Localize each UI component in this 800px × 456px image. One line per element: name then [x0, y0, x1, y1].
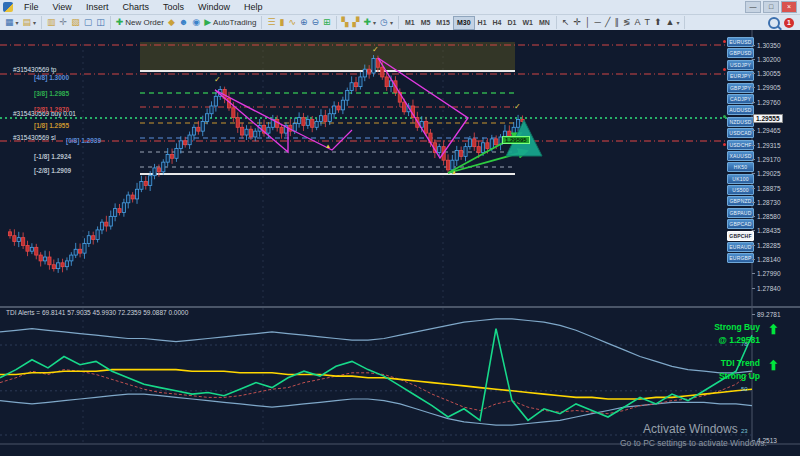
- toolbar-group: ▦▾▤▾: [0, 16, 42, 29]
- symbol-button-gbpusd[interactable]: GBPUSD: [727, 48, 754, 58]
- menu-view[interactable]: View: [46, 1, 79, 13]
- profiles-button[interactable]: ▤▾: [21, 16, 39, 29]
- chevron-down-icon[interactable]: ▾: [33, 19, 36, 26]
- tile-windows-button[interactable]: ⊞: [321, 16, 333, 29]
- terminal-icon: ▢: [84, 16, 93, 29]
- navigator-button[interactable]: ▧: [69, 16, 82, 29]
- trendline-tool[interactable]: ╱: [603, 16, 612, 29]
- menu-help[interactable]: Help: [237, 1, 270, 13]
- zoom-out-button[interactable]: ⊖: [310, 16, 322, 29]
- price-tick: 1.28730: [757, 199, 781, 206]
- price-tick: 1.29760: [757, 99, 781, 106]
- website-icon: ◉: [192, 16, 200, 29]
- new-chart-button[interactable]: ▦▾: [3, 16, 21, 29]
- chevron-down-icon[interactable]: ▾: [373, 19, 376, 26]
- chevron-down-icon[interactable]: ▾: [16, 19, 19, 26]
- cascade-windows-button[interactable]: ▞: [351, 16, 362, 29]
- bar-chart-button[interactable]: ☰: [265, 16, 277, 29]
- mql5-icon: ◆: [168, 16, 175, 29]
- text-tool-icon: A: [634, 16, 640, 29]
- chevron-down-icon[interactable]: ▾: [676, 19, 679, 26]
- mql5-button[interactable]: ◆: [166, 16, 177, 29]
- timeframe-h4[interactable]: H4: [490, 17, 505, 29]
- chevron-down-icon[interactable]: ▾: [390, 19, 393, 26]
- arrows-tool[interactable]: ⬆: [652, 16, 664, 29]
- indicator-scale-top: 89.2781: [757, 311, 781, 318]
- search-icon[interactable]: [768, 17, 780, 29]
- toolbar-group: ▥✛▧▢◫: [42, 16, 111, 29]
- zoom-in-button[interactable]: ⊕: [298, 16, 310, 29]
- toolbar-group: ☰▮∿⊕⊖⊞: [262, 16, 336, 29]
- timeframe-d1[interactable]: D1: [505, 17, 520, 29]
- chart-canvas[interactable]: ✓✓✓▲▲ #315430569 tp #315430569 buy 0.01 …: [0, 30, 800, 456]
- symbol-button-nzdusd[interactable]: NZDUSD: [727, 117, 754, 127]
- symbol-button-hk50[interactable]: HK50: [727, 162, 754, 172]
- symbol-button-eurjpy[interactable]: EURJPY: [727, 71, 754, 81]
- symbol-button-uk100[interactable]: UK100: [727, 174, 754, 184]
- strategy-tester-button[interactable]: ◫: [94, 16, 107, 29]
- symbol-button-euraud[interactable]: EURAUD: [727, 242, 754, 252]
- menu-tools[interactable]: Tools: [156, 1, 191, 13]
- menu-insert[interactable]: Insert: [79, 1, 116, 13]
- candlestick-chart-button[interactable]: ▮: [277, 16, 286, 29]
- strategy-tester-icon: ◫: [96, 16, 105, 29]
- symbol-button-gbpcad[interactable]: GBPCAD: [727, 219, 754, 229]
- symbol-button-usdcad[interactable]: USDCAD: [727, 128, 754, 138]
- timeframe-w1[interactable]: W1: [519, 17, 536, 29]
- minimize-button[interactable]: —: [745, 1, 761, 13]
- timeframe-m5[interactable]: M5: [418, 17, 434, 29]
- terminal-button[interactable]: ▢: [82, 16, 95, 29]
- timeframe-m1[interactable]: M1: [402, 17, 418, 29]
- notification-badge[interactable]: 1: [784, 18, 794, 28]
- indicator-scale-bottom: 4.2513: [757, 437, 777, 444]
- fibonacci-tool[interactable]: ≶: [621, 16, 633, 29]
- menu-window[interactable]: Window: [191, 1, 237, 13]
- market-watch-button[interactable]: ▥: [45, 16, 58, 29]
- text-tool[interactable]: A: [632, 16, 642, 29]
- arrange-windows-button[interactable]: ▚: [340, 16, 351, 29]
- cursor-tool[interactable]: ↖: [560, 16, 572, 29]
- new-chart-icon: ▦: [5, 16, 14, 29]
- line-chart-button[interactable]: ∿: [286, 16, 298, 29]
- symbol-button-eurgbp[interactable]: EURGBP: [727, 253, 754, 263]
- cursor-tool-icon: ↖: [562, 16, 570, 29]
- data-window-button[interactable]: ✛: [58, 16, 70, 29]
- restore-button[interactable]: □: [763, 1, 779, 13]
- new-order-button[interactable]: ✚New Order: [114, 16, 166, 29]
- autotrading-button[interactable]: ▶AutoTrading: [202, 16, 258, 29]
- symbol-button-audusd[interactable]: AUDUSD: [727, 105, 754, 115]
- vertical-line-tool[interactable]: │: [583, 16, 593, 29]
- menu-charts[interactable]: Charts: [115, 1, 156, 13]
- line-chart-icon: ∿: [288, 16, 296, 29]
- vertical-line-tool-icon: │: [585, 16, 591, 29]
- label-tool[interactable]: T: [642, 16, 652, 29]
- horizontal-line-tool[interactable]: ─: [593, 16, 603, 29]
- website-button[interactable]: ◉: [190, 16, 202, 29]
- close-button[interactable]: ×: [781, 1, 797, 13]
- periods-button[interactable]: ◷▾: [378, 16, 395, 29]
- symbol-button-us500[interactable]: US500: [727, 185, 754, 195]
- symbol-button-gbpjpy[interactable]: GBPJPY: [727, 83, 754, 93]
- timeframe-h1[interactable]: H1: [475, 17, 490, 29]
- symbol-button-xauusd[interactable]: XAUUSD: [727, 151, 754, 161]
- timeframe-group: M1M5M15M30H1H4D1W1MN: [399, 16, 557, 29]
- symbol-button-gbpnzd[interactable]: GBPNZD: [727, 196, 754, 206]
- menu-file[interactable]: File: [17, 1, 46, 13]
- timeframe-mn[interactable]: MN: [536, 17, 553, 29]
- shapes-tool[interactable]: ▲▾: [664, 16, 682, 29]
- timeframe-m15[interactable]: M15: [433, 17, 453, 29]
- price-tick: 1.28580: [757, 213, 781, 220]
- symbol-button-eurusd[interactable]: EURUSD: [727, 37, 754, 47]
- crosshair-tool[interactable]: ✛: [571, 16, 583, 29]
- indicators-button[interactable]: ✚▾: [361, 16, 378, 29]
- symbol-button-usdjpy[interactable]: USDJPY: [727, 60, 754, 70]
- symbol-button-cadjpy[interactable]: CADJPY: [727, 94, 754, 104]
- symbol-button-usdchf[interactable]: USDCHF: [727, 140, 754, 150]
- symbol-button-gbpchf[interactable]: GBPCHF: [727, 231, 754, 241]
- symbol-button-gbpaud[interactable]: GBPAUD: [727, 208, 754, 218]
- community-button[interactable]: ☻: [177, 16, 190, 29]
- channel-tool[interactable]: ∥: [612, 16, 621, 29]
- timeframe-m30[interactable]: M30: [453, 16, 475, 30]
- market-watch-icon: ▥: [47, 16, 56, 29]
- price-scale[interactable]: 1.303501.302001.300551.299051.297601.294…: [752, 30, 800, 456]
